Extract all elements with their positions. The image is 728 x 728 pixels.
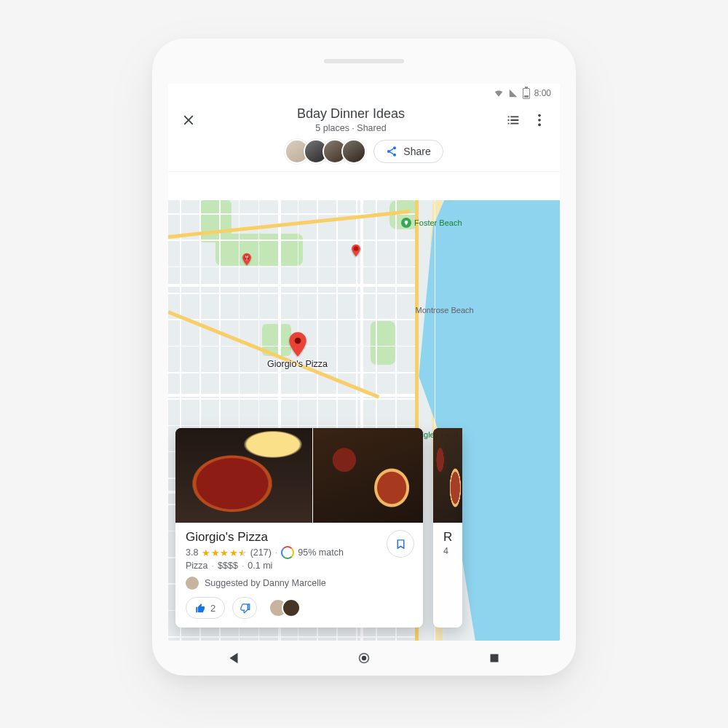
suggester-avatar — [186, 577, 199, 590]
svg-point-2 — [538, 124, 541, 127]
circle-home-icon — [356, 650, 372, 666]
poi-label: Montrose Beach — [416, 306, 474, 314]
upvote-count: 2 — [210, 603, 215, 614]
place-distance: 0.1 mi — [248, 561, 272, 571]
wifi-icon — [494, 88, 504, 98]
review-count: (217) — [250, 547, 272, 558]
svg-rect-13 — [491, 654, 499, 662]
share-button[interactable]: Share — [373, 140, 443, 163]
list-view-button[interactable] — [500, 107, 526, 133]
park-shape — [371, 321, 395, 365]
place-price: $$$$ — [218, 561, 238, 571]
svg-point-1 — [538, 119, 541, 122]
svg-point-12 — [362, 656, 366, 660]
svg-point-5 — [393, 154, 396, 157]
share-label: Share — [403, 146, 430, 157]
selected-pin-label: Giorgio's Pizza — [267, 359, 328, 369]
selected-place-pin[interactable] — [283, 330, 312, 359]
place-name: Giorgio's Pizza — [186, 530, 413, 545]
bookmark-button[interactable] — [387, 530, 414, 558]
thumb-up-icon — [195, 603, 206, 614]
more-vert-icon — [531, 112, 547, 128]
list-header: Bday Dinner Ideas 5 places · Shared — [168, 103, 560, 171]
avatar — [341, 139, 366, 164]
nav-back-button[interactable] — [221, 645, 247, 671]
share-icon — [386, 146, 397, 157]
nav-recent-button[interactable] — [481, 645, 507, 671]
place-category: Pizza — [186, 561, 208, 571]
place-card[interactable]: Giorgio's Pizza 3.8 ★★★★★★ (217) · 95% m… — [175, 428, 423, 628]
nav-home-button[interactable] — [351, 645, 377, 671]
bookmark-icon — [395, 538, 407, 550]
place-photo[interactable] — [175, 428, 312, 523]
place-card-peek[interactable]: R 4 — [433, 428, 462, 628]
voter-avatars — [264, 598, 301, 617]
avatar — [282, 598, 301, 617]
phone-frame: 8:00 Bday Dinner Ideas 5 places · Shared — [152, 39, 576, 676]
place-pin[interactable] — [240, 252, 254, 266]
triangle-back-icon — [226, 650, 242, 666]
close-icon — [181, 112, 197, 128]
poi-label: Foster Beach — [401, 218, 462, 228]
battery-icon — [523, 88, 530, 99]
page-subtitle: 5 places · Shared — [202, 123, 500, 133]
place-photo[interactable] — [313, 428, 423, 523]
android-navbar — [168, 641, 560, 676]
status-clock: 8:00 — [534, 88, 551, 98]
svg-point-10 — [294, 337, 301, 344]
close-button[interactable] — [175, 107, 202, 133]
rating-stars: ★★★★★★ — [202, 547, 246, 558]
overflow-button[interactable] — [526, 107, 553, 133]
svg-point-3 — [393, 146, 396, 149]
svg-point-7 — [354, 246, 359, 251]
square-recent-icon — [486, 650, 502, 666]
thumb-down-icon — [240, 603, 250, 614]
phone-speaker — [324, 59, 404, 63]
rating-value: 3.8 — [186, 547, 198, 558]
signal-icon — [508, 88, 518, 98]
suggested-by: Suggested by Danny Marcelle — [205, 578, 326, 588]
collaborator-avatars[interactable] — [285, 139, 366, 164]
map[interactable]: Foster Beach Montrose Beach Wrigley Fiel… — [168, 200, 560, 641]
svg-point-4 — [387, 150, 390, 153]
match-ring-icon — [281, 546, 294, 559]
downvote-button[interactable] — [232, 597, 257, 619]
upvote-button[interactable]: 2 — [186, 597, 225, 619]
list-icon — [505, 112, 521, 128]
place-pin[interactable] — [349, 243, 363, 258]
match-chip: 95% match — [281, 546, 344, 559]
photo-carousel[interactable] — [175, 428, 423, 523]
page-title: Bday Dinner Ideas — [202, 106, 500, 122]
app-screen: 8:00 Bday Dinner Ideas 5 places · Shared — [168, 84, 560, 641]
svg-point-0 — [538, 114, 541, 117]
status-bar: 8:00 — [168, 84, 560, 103]
